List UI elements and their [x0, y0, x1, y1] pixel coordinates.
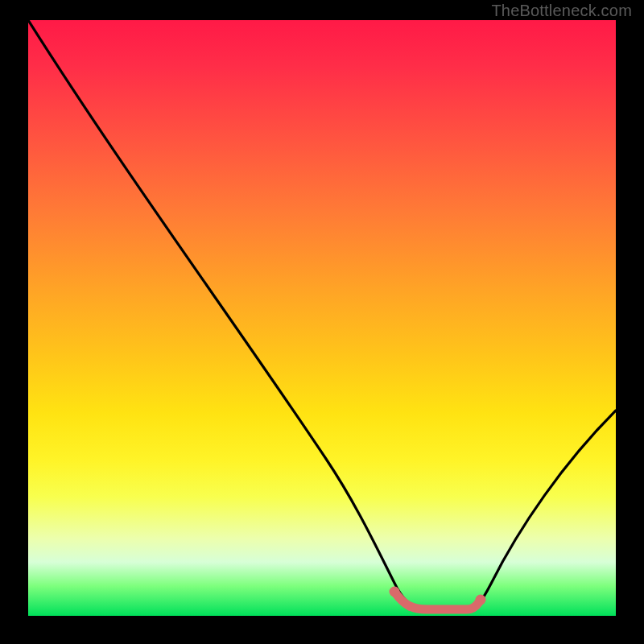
watermark-text: TheBottleneck.com — [491, 2, 632, 20]
bottleneck-curve-line — [28, 20, 616, 609]
plot-area — [28, 20, 616, 616]
marker-dot-left — [390, 587, 400, 597]
marker-region-line — [394, 592, 479, 609]
chart-svg — [28, 20, 616, 616]
marker-dot-right — [476, 595, 486, 605]
